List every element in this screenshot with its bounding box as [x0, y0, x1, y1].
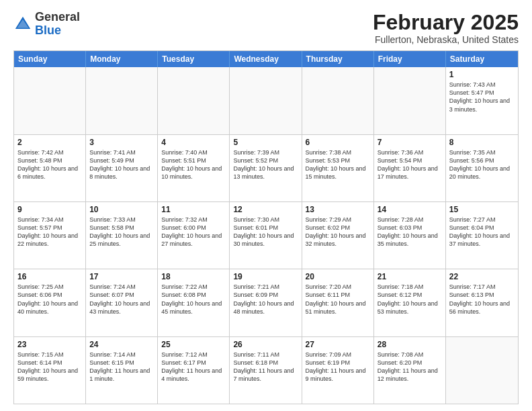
calendar-cell-empty-4-6 [446, 337, 518, 404]
calendar-row-4: 23Sunrise: 7:15 AM Sunset: 6:14 PM Dayli… [14, 337, 518, 404]
calendar-cell-empty-0-0 [14, 67, 86, 134]
day-info: Sunrise: 7:41 AM Sunset: 5:49 PM Dayligh… [89, 148, 154, 181]
day-number: 28 [378, 340, 442, 349]
day-number: 21 [378, 272, 442, 281]
logo-blue: Blue [35, 24, 61, 37]
day-number: 25 [161, 340, 226, 349]
calendar-cell-19: 19Sunrise: 7:21 AM Sunset: 6:09 PM Dayli… [230, 269, 302, 336]
day-info: Sunrise: 7:17 AM Sunset: 6:13 PM Dayligh… [449, 283, 515, 316]
calendar-cell-4: 4Sunrise: 7:40 AM Sunset: 5:51 PM Daylig… [158, 135, 230, 201]
calendar-cell-23: 23Sunrise: 7:15 AM Sunset: 6:14 PM Dayli… [14, 337, 86, 404]
day-number: 13 [306, 205, 370, 214]
calendar-cell-17: 17Sunrise: 7:24 AM Sunset: 6:07 PM Dayli… [86, 269, 158, 336]
header-day-sunday: Sunday [14, 51, 86, 67]
header-day-friday: Friday [374, 51, 446, 67]
day-number: 16 [17, 272, 82, 281]
calendar-cell-2: 2Sunrise: 7:42 AM Sunset: 5:48 PM Daylig… [14, 135, 86, 201]
calendar-cell-22: 22Sunrise: 7:17 AM Sunset: 6:13 PM Dayli… [446, 269, 518, 336]
header-day-thursday: Thursday [302, 51, 374, 67]
day-info: Sunrise: 7:39 AM Sunset: 5:52 PM Dayligh… [233, 148, 298, 181]
day-number: 5 [233, 138, 298, 147]
day-number: 6 [306, 138, 370, 147]
day-number: 22 [449, 272, 515, 281]
calendar-cell-9: 9Sunrise: 7:34 AM Sunset: 5:57 PM Daylig… [14, 202, 86, 269]
calendar-cell-empty-0-2 [158, 67, 230, 134]
day-number: 19 [233, 272, 298, 281]
logo-general: General [35, 10, 80, 24]
day-number: 24 [89, 340, 154, 349]
day-number: 20 [306, 272, 370, 281]
calendar-cell-16: 16Sunrise: 7:25 AM Sunset: 6:06 PM Dayli… [14, 269, 86, 336]
calendar-body: 1Sunrise: 7:43 AM Sunset: 5:47 PM Daylig… [14, 67, 518, 404]
day-info: Sunrise: 7:42 AM Sunset: 5:48 PM Dayligh… [17, 148, 82, 181]
calendar-cell-20: 20Sunrise: 7:20 AM Sunset: 6:11 PM Dayli… [302, 269, 374, 336]
logo-icon [13, 15, 32, 34]
day-info: Sunrise: 7:11 AM Sunset: 6:18 PM Dayligh… [233, 351, 298, 383]
day-info: Sunrise: 7:29 AM Sunset: 6:02 PM Dayligh… [306, 216, 370, 248]
day-info: Sunrise: 7:14 AM Sunset: 6:15 PM Dayligh… [89, 351, 154, 383]
day-info: Sunrise: 7:33 AM Sunset: 5:58 PM Dayligh… [89, 216, 154, 248]
calendar-cell-18: 18Sunrise: 7:22 AM Sunset: 6:08 PM Dayli… [158, 269, 230, 336]
day-number: 1 [449, 70, 515, 79]
day-info: Sunrise: 7:34 AM Sunset: 5:57 PM Dayligh… [17, 216, 82, 248]
day-info: Sunrise: 7:15 AM Sunset: 6:14 PM Dayligh… [17, 351, 82, 383]
day-number: 7 [378, 138, 442, 147]
calendar-cell-empty-0-1 [86, 67, 158, 134]
calendar-cell-5: 5Sunrise: 7:39 AM Sunset: 5:52 PM Daylig… [230, 135, 302, 201]
header-day-tuesday: Tuesday [158, 51, 230, 67]
day-info: Sunrise: 7:28 AM Sunset: 6:03 PM Dayligh… [378, 216, 442, 248]
day-info: Sunrise: 7:09 AM Sunset: 6:19 PM Dayligh… [306, 351, 370, 383]
calendar-cell-10: 10Sunrise: 7:33 AM Sunset: 5:58 PM Dayli… [86, 202, 158, 269]
day-number: 3 [89, 138, 154, 147]
day-info: Sunrise: 7:38 AM Sunset: 5:53 PM Dayligh… [306, 148, 370, 181]
day-number: 4 [161, 138, 226, 147]
calendar-cell-6: 6Sunrise: 7:38 AM Sunset: 5:53 PM Daylig… [302, 135, 374, 201]
day-number: 17 [89, 272, 154, 281]
day-number: 14 [378, 205, 442, 214]
calendar-cell-11: 11Sunrise: 7:32 AM Sunset: 6:00 PM Dayli… [158, 202, 230, 269]
day-info: Sunrise: 7:12 AM Sunset: 6:17 PM Dayligh… [161, 351, 226, 383]
calendar-cell-7: 7Sunrise: 7:36 AM Sunset: 5:54 PM Daylig… [374, 135, 446, 201]
calendar-cell-1: 1Sunrise: 7:43 AM Sunset: 5:47 PM Daylig… [446, 67, 518, 134]
calendar-cell-empty-0-4 [302, 67, 374, 134]
day-info: Sunrise: 7:18 AM Sunset: 6:12 PM Dayligh… [378, 283, 442, 316]
day-number: 2 [17, 138, 82, 147]
day-info: Sunrise: 7:24 AM Sunset: 6:07 PM Dayligh… [89, 283, 154, 316]
calendar-cell-8: 8Sunrise: 7:35 AM Sunset: 5:56 PM Daylig… [446, 135, 518, 201]
logo-text: General Blue [35, 11, 80, 38]
calendar-cell-3: 3Sunrise: 7:41 AM Sunset: 5:49 PM Daylig… [86, 135, 158, 201]
calendar-cell-14: 14Sunrise: 7:28 AM Sunset: 6:03 PM Dayli… [374, 202, 446, 269]
calendar-cell-12: 12Sunrise: 7:30 AM Sunset: 6:01 PM Dayli… [230, 202, 302, 269]
day-number: 15 [449, 205, 515, 214]
day-number: 9 [17, 205, 82, 214]
day-info: Sunrise: 7:25 AM Sunset: 6:06 PM Dayligh… [17, 283, 82, 316]
day-info: Sunrise: 7:20 AM Sunset: 6:11 PM Dayligh… [306, 283, 370, 316]
day-number: 8 [449, 138, 515, 147]
header-day-saturday: Saturday [446, 51, 518, 67]
header: General Blue February 2025 Fullerton, Ne… [13, 11, 519, 45]
day-number: 18 [161, 272, 226, 281]
header-day-wednesday: Wednesday [230, 51, 302, 67]
day-number: 23 [17, 340, 82, 349]
day-info: Sunrise: 7:30 AM Sunset: 6:01 PM Dayligh… [233, 216, 298, 248]
calendar-cell-empty-0-5 [374, 67, 446, 134]
day-info: Sunrise: 7:43 AM Sunset: 5:47 PM Dayligh… [449, 81, 515, 113]
month-title: February 2025 [373, 11, 519, 34]
day-info: Sunrise: 7:32 AM Sunset: 6:00 PM Dayligh… [161, 216, 226, 248]
day-info: Sunrise: 7:22 AM Sunset: 6:08 PM Dayligh… [161, 283, 226, 316]
day-info: Sunrise: 7:08 AM Sunset: 6:20 PM Dayligh… [378, 351, 442, 383]
calendar-row-3: 16Sunrise: 7:25 AM Sunset: 6:06 PM Dayli… [14, 269, 518, 336]
calendar-cell-26: 26Sunrise: 7:11 AM Sunset: 6:18 PM Dayli… [230, 337, 302, 404]
calendar-cell-27: 27Sunrise: 7:09 AM Sunset: 6:19 PM Dayli… [302, 337, 374, 404]
calendar-cell-21: 21Sunrise: 7:18 AM Sunset: 6:12 PM Dayli… [374, 269, 446, 336]
calendar-cell-25: 25Sunrise: 7:12 AM Sunset: 6:17 PM Dayli… [158, 337, 230, 404]
calendar-cell-13: 13Sunrise: 7:29 AM Sunset: 6:02 PM Dayli… [302, 202, 374, 269]
day-number: 10 [89, 205, 154, 214]
day-info: Sunrise: 7:36 AM Sunset: 5:54 PM Dayligh… [378, 148, 442, 181]
day-info: Sunrise: 7:35 AM Sunset: 5:56 PM Dayligh… [449, 148, 515, 181]
calendar-row-2: 9Sunrise: 7:34 AM Sunset: 5:57 PM Daylig… [14, 202, 518, 269]
calendar-row-1: 2Sunrise: 7:42 AM Sunset: 5:48 PM Daylig… [14, 135, 518, 202]
header-day-monday: Monday [86, 51, 158, 67]
day-number: 12 [233, 205, 298, 214]
title-block: February 2025 Fullerton, Nebraska, Unite… [373, 11, 519, 45]
